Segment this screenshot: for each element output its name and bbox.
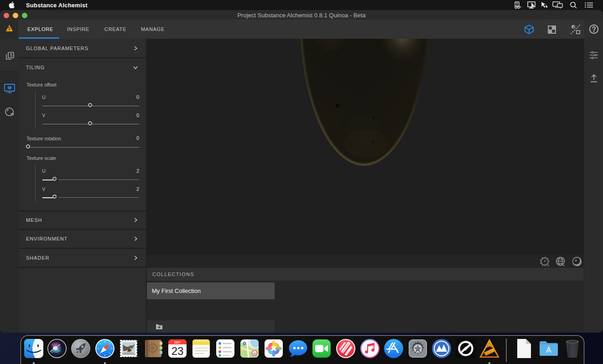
svg-text:30: 30 — [253, 352, 256, 355]
svg-text:SEP: SEP — [174, 341, 181, 344]
svg-text:23: 23 — [172, 345, 184, 357]
